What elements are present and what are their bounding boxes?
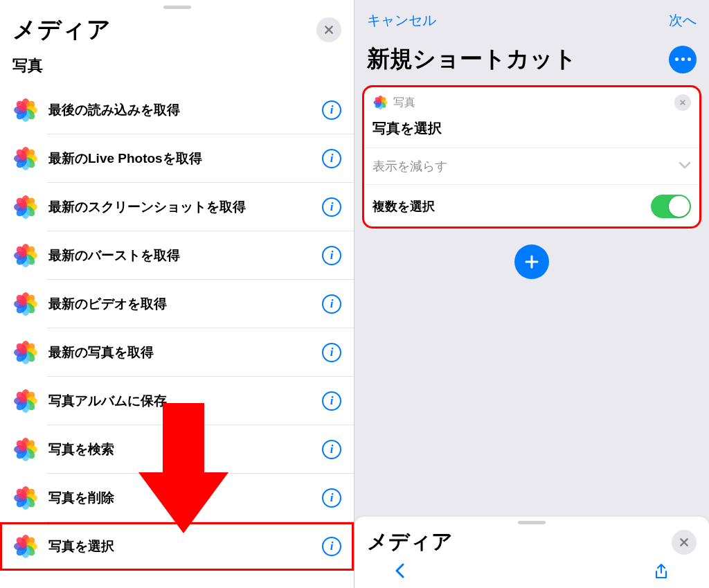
action-label: 最新のバーストを取得 bbox=[48, 247, 322, 265]
card-header: 写真 bbox=[363, 86, 701, 114]
photos-app-icon bbox=[12, 242, 39, 269]
action-label: 最新の写真を取得 bbox=[48, 344, 322, 362]
title-row: メディア bbox=[12, 14, 341, 46]
action-item[interactable]: 最新のビデオを取得i bbox=[0, 280, 354, 328]
annotation-arrow-icon bbox=[138, 403, 228, 535]
back-icon[interactable] bbox=[395, 563, 407, 584]
page-title: メディア bbox=[12, 14, 111, 46]
remove-action-button[interactable] bbox=[674, 94, 691, 111]
ellipsis-icon bbox=[675, 57, 691, 61]
action-item[interactable]: 最新の写真を取得i bbox=[0, 328, 354, 377]
action-item[interactable]: 最新のLive Photosを取得i bbox=[0, 134, 354, 183]
nav-bar: キャンセル 次へ bbox=[354, 0, 709, 41]
close-button[interactable] bbox=[316, 17, 341, 42]
cancel-button[interactable]: キャンセル bbox=[367, 11, 436, 30]
left-header: メディア bbox=[0, 0, 354, 46]
photos-app-icon bbox=[373, 95, 388, 110]
info-button[interactable]: i bbox=[322, 246, 341, 265]
action-item[interactable]: 最新のスクリーンショットを取得i bbox=[0, 183, 354, 231]
action-item[interactable]: 最後の読み込みを取得i bbox=[0, 86, 354, 134]
section-header: 写真 bbox=[0, 55, 354, 80]
info-button[interactable]: i bbox=[322, 537, 341, 556]
photos-app-icon bbox=[12, 533, 39, 560]
photos-app-icon bbox=[12, 291, 39, 317]
card-app-label: 写真 bbox=[393, 96, 674, 110]
info-button[interactable]: i bbox=[322, 440, 341, 459]
action-label: 最後の読み込みを取得 bbox=[48, 101, 322, 119]
photos-app-icon bbox=[12, 145, 39, 172]
show-less-label: 表示を減らす bbox=[373, 158, 447, 175]
info-button[interactable]: i bbox=[322, 197, 341, 217]
multi-select-row: 複数を選択 bbox=[363, 185, 701, 228]
close-button[interactable] bbox=[672, 530, 697, 555]
action-card: 写真 写真を選択 表示を減らす 複数を選択 bbox=[363, 86, 701, 228]
chevron-down-icon bbox=[679, 160, 691, 172]
toggle-label: 複数を選択 bbox=[373, 198, 435, 215]
sheet-toolbar bbox=[367, 556, 697, 584]
action-item[interactable]: 最新のバーストを取得i bbox=[0, 231, 354, 280]
action-label: 写真を選択 bbox=[48, 537, 322, 555]
info-button[interactable]: i bbox=[322, 100, 341, 120]
show-less-row[interactable]: 表示を減らす bbox=[363, 148, 701, 185]
more-button[interactable] bbox=[669, 46, 697, 73]
right-title-row: 新規ショートカット bbox=[354, 41, 709, 86]
action-label: 最新のスクリーンショットを取得 bbox=[48, 198, 322, 216]
add-action-button[interactable] bbox=[514, 244, 549, 279]
close-icon bbox=[679, 537, 690, 548]
shortcut-title: 新規ショートカット bbox=[367, 44, 577, 75]
action-label: 最新のLive Photosを取得 bbox=[48, 150, 322, 168]
multi-select-toggle[interactable] bbox=[651, 195, 691, 218]
info-button[interactable]: i bbox=[322, 488, 341, 508]
plus-icon bbox=[523, 253, 540, 270]
info-button[interactable]: i bbox=[322, 391, 341, 411]
action-title: 写真を選択 bbox=[363, 114, 701, 148]
bottom-title-row: メディア bbox=[367, 528, 697, 556]
bottom-sheet[interactable]: メディア bbox=[354, 517, 709, 588]
info-button[interactable]: i bbox=[322, 149, 341, 168]
next-button[interactable]: 次へ bbox=[669, 11, 697, 30]
info-button[interactable]: i bbox=[322, 294, 341, 314]
share-icon[interactable] bbox=[654, 563, 669, 584]
photos-app-icon bbox=[12, 339, 39, 366]
bottom-sheet-title: メディア bbox=[367, 528, 453, 556]
close-icon bbox=[679, 99, 686, 106]
photos-app-icon bbox=[12, 485, 39, 511]
photos-app-icon bbox=[12, 436, 39, 463]
action-label: 最新のビデオを取得 bbox=[48, 295, 322, 313]
shortcut-editor-pane: キャンセル 次へ 新規ショートカット 写真 写真を選択 表示を減らす 複数を選択 bbox=[354, 0, 709, 588]
photos-app-icon bbox=[12, 194, 39, 220]
photos-app-icon bbox=[12, 97, 39, 123]
close-icon bbox=[323, 24, 334, 35]
drag-grabber[interactable] bbox=[518, 521, 546, 524]
info-button[interactable]: i bbox=[322, 343, 341, 362]
photos-app-icon bbox=[12, 388, 39, 414]
actions-picker-pane: メディア 写真 最後の読み込みを取得i最新のLive Photosを取得i最新の… bbox=[0, 0, 354, 588]
